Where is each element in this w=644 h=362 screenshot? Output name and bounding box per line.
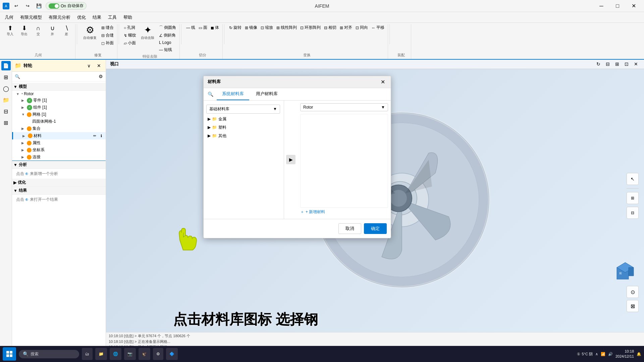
table-icon-btn[interactable]: ⊞ xyxy=(1,118,11,127)
menu-optimization[interactable]: 优化 xyxy=(74,13,89,22)
save-button[interactable]: 💾 xyxy=(34,2,44,10)
union-button[interactable]: ∪ 并 xyxy=(46,24,59,38)
viewport-split-h-btn[interactable]: ⊞ xyxy=(613,60,621,68)
tree-sets[interactable]: ▶ 集合 xyxy=(12,125,106,132)
chamfer-button[interactable]: ∠ 倒斜角 xyxy=(158,32,177,39)
tree-assemblies[interactable]: ▶ ✓ 组件 [1] xyxy=(12,104,106,111)
auto-remove-button[interactable]: ✦ 自动去除 xyxy=(138,24,157,42)
tree-rotor[interactable]: ▼ • Rotor xyxy=(12,91,106,97)
autosave-toggle[interactable]: On 自动保存 xyxy=(46,2,87,10)
lib-item-plastic[interactable]: ▶ 📁 塑料 xyxy=(204,123,284,132)
maximize-button[interactable]: □ xyxy=(610,0,625,12)
menu-fem-model[interactable]: 有限元模型 xyxy=(17,13,45,22)
translate-button[interactable]: ↔ 平移 xyxy=(370,24,386,31)
sidebar-collapse-btn[interactable]: ∨ xyxy=(85,62,93,70)
tab-user-library[interactable]: 用户材料库 xyxy=(251,88,283,100)
viewport-split-v-btn[interactable]: ⊟ xyxy=(604,60,612,68)
viewport-close-btn[interactable]: ✕ xyxy=(632,60,640,68)
diff-button[interactable]: ∖ 差 xyxy=(60,24,73,38)
sidebar-close-btn[interactable]: ✕ xyxy=(95,62,103,70)
viewport-maximize-btn[interactable]: ⊡ xyxy=(623,60,631,68)
lib-item-metal[interactable]: ▶ 📁 金属 xyxy=(204,115,284,123)
back-button[interactable]: ↩ xyxy=(11,2,21,10)
rotate-button[interactable]: ↻ 旋转 xyxy=(228,24,243,31)
right-material-selector[interactable]: Rotor ▼ xyxy=(300,103,388,111)
search-settings-btn[interactable]: ⚙ xyxy=(99,74,103,79)
short-line-button[interactable]: — 短线 xyxy=(158,46,177,53)
tree-connections[interactable]: ▶ 连接 xyxy=(12,154,106,161)
sew-button[interactable]: ⊞ 缝合 xyxy=(100,24,115,31)
search-input[interactable] xyxy=(21,73,99,80)
tree-props[interactable]: ▶ 属性 xyxy=(12,139,106,146)
tangent-button[interactable]: ⊟ 相切 xyxy=(323,24,338,31)
hole-button[interactable]: ○ 孔洞 xyxy=(122,24,138,31)
mirror-button[interactable]: ⊞ 镜像 xyxy=(244,24,259,31)
intersect-button[interactable]: ∩ 交 xyxy=(32,24,45,38)
folder-icon-btn[interactable]: 📁 xyxy=(1,95,11,105)
viewport-refresh-btn[interactable]: ↻ xyxy=(594,60,602,68)
transfer-btn[interactable]: ▶ xyxy=(286,155,296,164)
tree-coords[interactable]: ▶ 坐标系 xyxy=(12,146,106,154)
close-button[interactable]: ✕ xyxy=(626,0,641,12)
tree-mesh[interactable]: ▼ 网格 [1] xyxy=(12,111,106,118)
tray-notification-icon[interactable]: 🔔 xyxy=(637,352,641,356)
tree-materials[interactable]: ▶ 材料 ✏ ℹ xyxy=(12,132,106,139)
tree-parts[interactable]: ▶ ✓ 零件 [1] xyxy=(12,97,106,104)
menu-help[interactable]: 帮助 xyxy=(120,13,136,22)
model-section[interactable]: ▼ 模型 xyxy=(12,83,106,91)
lib-dropdown[interactable]: 基础材料库 ▼ xyxy=(206,105,280,114)
array-button[interactable]: ⊞ 线性阵列 xyxy=(275,24,298,31)
shapes-icon-btn[interactable]: ◯ xyxy=(1,84,11,93)
menu-geometry[interactable]: 几何 xyxy=(1,13,17,22)
material-info-btn[interactable]: ℹ xyxy=(98,133,104,139)
menu-results[interactable]: 结果 xyxy=(89,13,105,22)
logo-button[interactable]: L Logo xyxy=(158,40,177,46)
face-cut-button[interactable]: ▭ 面 xyxy=(197,24,209,31)
3d-canvas[interactable]: ↖ ⊞ ⊟ 前 ⊙ ⊠ 点击材料库图标 选择钢 xyxy=(106,69,644,332)
grid-icon-btn[interactable]: ⊟ xyxy=(1,107,11,116)
thread-button[interactable]: ↯ 螺纹 xyxy=(122,32,138,39)
patch-button[interactable]: ◻ 补面 xyxy=(100,40,115,47)
confirm-btn[interactable]: 确定 xyxy=(364,223,387,234)
add-material-btn[interactable]: ＋ + 新增材料 xyxy=(300,208,388,216)
dialog-close-btn[interactable]: ✕ xyxy=(379,78,387,86)
taskbar-aifem[interactable]: 🔷 xyxy=(166,348,178,360)
scale-button[interactable]: ⊡ 缩放 xyxy=(259,24,274,31)
taskbar-settings[interactable]: ⚙ xyxy=(153,348,163,360)
material-list-area[interactable] xyxy=(300,114,388,208)
mirror-label: 镜像 xyxy=(249,25,257,31)
minimize-button[interactable]: ─ xyxy=(594,0,609,12)
taskbar-camera[interactable]: 📷 xyxy=(124,348,136,360)
lib-item-other[interactable]: ▶ 📁 其他 xyxy=(204,132,284,140)
taskbar-browser[interactable]: 🌐 xyxy=(110,348,121,360)
tray-up-icon[interactable]: ∧ xyxy=(595,352,598,356)
layers-icon-btn[interactable]: ⊞ xyxy=(1,72,11,82)
export-button[interactable]: ⬇ 导出 xyxy=(17,24,31,38)
cancel-btn[interactable]: 取消 xyxy=(338,223,361,234)
same-dir-button[interactable]: ⊡ 同向 xyxy=(354,24,369,31)
taskbar-search[interactable]: 🔍 搜索 xyxy=(19,350,79,358)
material-edit-btn[interactable]: ✏ xyxy=(92,133,98,139)
tree-tet-mesh[interactable]: 四面体网格-1 xyxy=(12,118,106,125)
line-cut-button[interactable]: — 线 xyxy=(185,24,197,31)
tab-system-library[interactable]: 系统材料库 xyxy=(217,88,249,100)
import-button[interactable]: ⬆ 导入 xyxy=(3,24,17,38)
results-section[interactable]: ▼ 结果 xyxy=(12,187,106,195)
taskbar-files[interactable]: 📁 xyxy=(95,348,107,360)
fillet-button[interactable]: ⌒ 倒圆角 xyxy=(158,24,177,31)
menu-tools[interactable]: 工具 xyxy=(105,13,120,22)
forward-button[interactable]: ↪ xyxy=(23,2,32,10)
file-icon-btn[interactable]: 📄 xyxy=(1,61,11,70)
circular-array-button[interactable]: ⊡ 环形阵列 xyxy=(299,24,322,31)
taskbar-app1[interactable]: 🦅 xyxy=(139,348,150,360)
align-button[interactable]: ⊞ 对齐 xyxy=(338,24,354,31)
auto-repair-button[interactable]: ⚙ 自动修复 xyxy=(80,24,99,42)
merge-button[interactable]: ⊟ 合缝 xyxy=(100,32,115,39)
body-cut-button[interactable]: ◼ 体 xyxy=(209,24,220,31)
analysis-section[interactable]: ▼ 分析 xyxy=(12,161,106,169)
taskbar-explorer[interactable]: 🗂 xyxy=(82,348,93,360)
optimization-section[interactable]: ▶ 优化 xyxy=(12,179,106,187)
small-face-button[interactable]: ▱ 小面 xyxy=(122,40,138,47)
menu-fem-analysis[interactable]: 有限元分析 xyxy=(45,13,74,22)
start-button[interactable] xyxy=(3,347,16,361)
